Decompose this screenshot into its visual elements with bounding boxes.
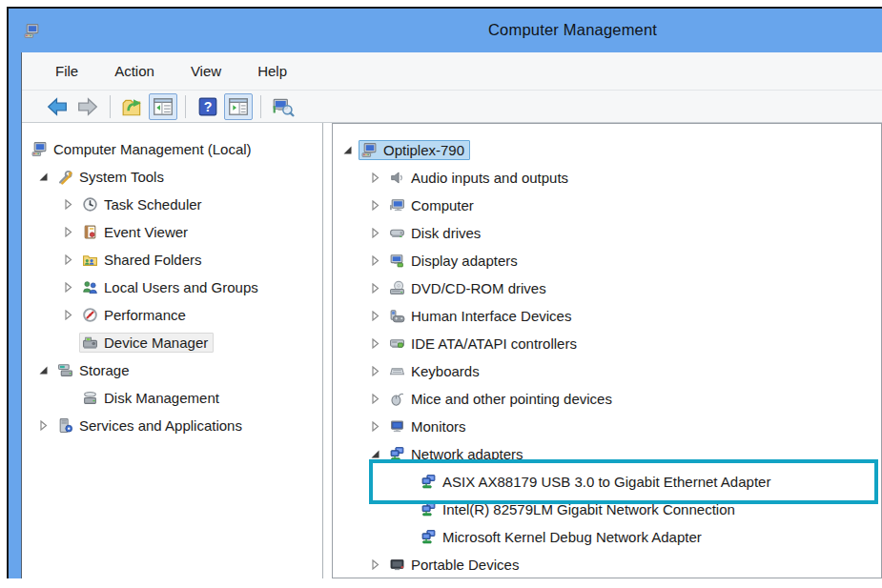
tree-item-mice-and-other-pointing-devices[interactable]: Mice and other pointing devices [386, 389, 618, 409]
ide-controller-icon [389, 335, 406, 352]
computer-management-window: Computer Management FileActionViewHelp ?… [7, 7, 882, 578]
expand-arrow-icon[interactable] [367, 336, 382, 352]
tree-item-network-adapters[interactable]: Network adapters [386, 444, 529, 464]
tree-item-display-adapters[interactable]: Display adapters [386, 251, 523, 271]
show-console-tree-button[interactable] [149, 93, 177, 120]
expand-arrow-icon[interactable] [367, 309, 382, 324]
tree-item-event-viewer[interactable]: Event Viewer [79, 222, 194, 242]
network-adapter-icon [420, 501, 438, 517]
back-button[interactable] [43, 93, 72, 120]
tree-item-services-and-applications[interactable]: Services and Applications [54, 416, 248, 436]
tree-item-task-scheduler[interactable]: Task Scheduler [79, 194, 208, 214]
computer-management-icon [31, 141, 49, 157]
expand-arrow-icon[interactable] [367, 364, 382, 379]
tree-row-mice-and-other-pointing-devices: Mice and other pointing devices [333, 385, 881, 413]
tree-item-computer-management-local[interactable]: Computer Management (Local) [29, 139, 257, 159]
tree-item-label: System Tools [79, 169, 164, 185]
tree-item-label: Audio inputs and outputs [411, 170, 568, 186]
tree-item-system-tools[interactable]: System Tools [54, 167, 170, 187]
computer-management-icon [361, 142, 379, 158]
tree-item-asix-ax88179-usb-3-0-to-gigabit-ethernet-adapter[interactable]: ASIX AX88179 USB 3.0 to Gigabit Ethernet… [418, 472, 776, 492]
tree-row-computer: Computer [333, 192, 881, 219]
tree-item-label: Local Users and Groups [104, 279, 258, 295]
expand-arrow-icon[interactable] [367, 253, 382, 269]
tree-item-disk-management[interactable]: Disk Management [79, 388, 225, 408]
console-tree-pane: Computer Management (Local)System ToolsT… [22, 123, 323, 578]
tree-item-label: Services and Applications [79, 417, 242, 434]
tree-item-dvd-cd-rom-drives[interactable]: DVD/CD-ROM drives [386, 278, 552, 298]
expand-arrow-icon[interactable] [367, 419, 382, 435]
expand-arrow-icon[interactable] [60, 197, 75, 213]
tree-item-ide-ata-atapi-controllers[interactable]: IDE ATA/ATAPI controllers [386, 334, 583, 354]
expand-arrow-icon[interactable] [367, 392, 382, 407]
menu-action[interactable]: Action [109, 60, 160, 82]
expand-arrow-icon[interactable] [367, 558, 382, 573]
tree-row-shared-folders: Shared Folders [22, 246, 322, 274]
tree-item-label: IDE ATA/ATAPI controllers [411, 335, 577, 352]
expand-arrow-icon[interactable] [367, 281, 382, 296]
screenshot-canvas: Computer Management FileActionViewHelp ?… [0, 0, 882, 588]
show-action-pane-button[interactable] [224, 93, 253, 120]
tree-item-audio-inputs-and-outputs[interactable]: Audio inputs and outputs [386, 168, 574, 188]
menu-file[interactable]: File [50, 60, 84, 82]
tree-item-computer[interactable]: Computer [386, 195, 480, 215]
tree-item-keyboards[interactable]: Keyboards [386, 361, 485, 381]
export-list-button[interactable] [118, 93, 147, 120]
expand-arrow-icon[interactable] [60, 308, 75, 323]
tree-item-monitors[interactable]: Monitors [386, 416, 472, 436]
tree-item-human-interface-devices[interactable]: Human Interface Devices [386, 306, 577, 326]
expand-arrow-icon[interactable] [60, 225, 75, 240]
help-button[interactable]: ? [194, 93, 222, 120]
tree-item-storage[interactable]: Storage [54, 360, 135, 380]
console-tree-icon [152, 95, 174, 118]
tree-item-local-users-and-groups[interactable]: Local Users and Groups [79, 277, 264, 297]
audio-icon [389, 170, 406, 186]
expand-arrow-icon[interactable] [367, 171, 382, 186]
event-viewer-icon [82, 224, 99, 240]
forward-icon [76, 95, 99, 118]
tree-item-portable-devices[interactable]: Portable Devices [386, 555, 524, 575]
tree-item-label: Disk Management [104, 390, 219, 406]
expand-arrow-icon[interactable] [60, 253, 75, 268]
collapse-arrow-icon[interactable] [367, 447, 382, 462]
tree-item-shared-folders[interactable]: Shared Folders [79, 250, 208, 270]
content-area: Computer Management (Local)System ToolsT… [22, 123, 882, 578]
expand-arrow-icon[interactable] [367, 226, 382, 241]
tree-row-local-users-and-groups: Local Users and Groups [22, 274, 322, 301]
menu-view[interactable]: View [185, 60, 227, 82]
tree-item-label: Computer Management (Local) [53, 141, 252, 157]
tree-row-keyboards: Keyboards [333, 357, 881, 385]
disk-drive-icon [389, 225, 406, 241]
collapse-arrow-icon[interactable] [35, 170, 51, 185]
expand-arrow-icon[interactable] [367, 198, 382, 213]
tree-item-label: Keyboards [411, 363, 480, 379]
expand-arrow-icon[interactable] [35, 418, 51, 434]
network-adapter-icon [389, 446, 406, 462]
collapse-arrow-icon[interactable] [339, 143, 355, 158]
expand-arrow-icon[interactable] [60, 280, 75, 295]
tree-row-event-viewer: Event Viewer [22, 218, 322, 246]
tree-item-microsoft-kernel-debug-network-adapter[interactable]: Microsoft Kernel Debug Network Adapter [418, 527, 708, 547]
tree-row-services-and-applications: Services and Applications [22, 412, 322, 439]
tree-item-label: DVD/CD-ROM drives [411, 280, 546, 296]
tree-item-label: Human Interface Devices [411, 308, 571, 324]
tree-row-microsoft-kernel-debug-network-adapter: Microsoft Kernel Debug Network Adapter [333, 523, 881, 551]
tree-item-label: ASIX AX88179 USB 3.0 to Gigabit Ethernet… [442, 474, 770, 490]
tree-item-optiplex-790[interactable]: Optiplex-790 [359, 140, 470, 160]
tree-item-disk-drives[interactable]: Disk drives [386, 223, 486, 243]
tree-item-label: Event Viewer [104, 224, 188, 240]
tree-item-intel-r-82579lm-gigabit-network-connection[interactable]: Intel(R) 82579LM Gigabit Network Connect… [418, 499, 741, 519]
computer-management-icon [24, 17, 49, 44]
tree-row-monitors: Monitors [333, 413, 881, 440]
tree-item-device-manager[interactable]: Device Manager [79, 333, 214, 353]
storage-icon [57, 362, 74, 378]
tree-item-label: Disk drives [411, 225, 481, 241]
title-bar[interactable]: Computer Management [9, 9, 882, 52]
tree-item-performance[interactable]: Performance [79, 305, 192, 325]
tree-item-label: Task Scheduler [104, 196, 202, 213]
forward-button[interactable] [73, 93, 102, 120]
connect-remote-computer-button[interactable] [269, 93, 297, 120]
collapse-arrow-icon[interactable] [35, 363, 51, 378]
menu-help[interactable]: Help [252, 60, 293, 82]
toolbar: ? [22, 91, 882, 123]
